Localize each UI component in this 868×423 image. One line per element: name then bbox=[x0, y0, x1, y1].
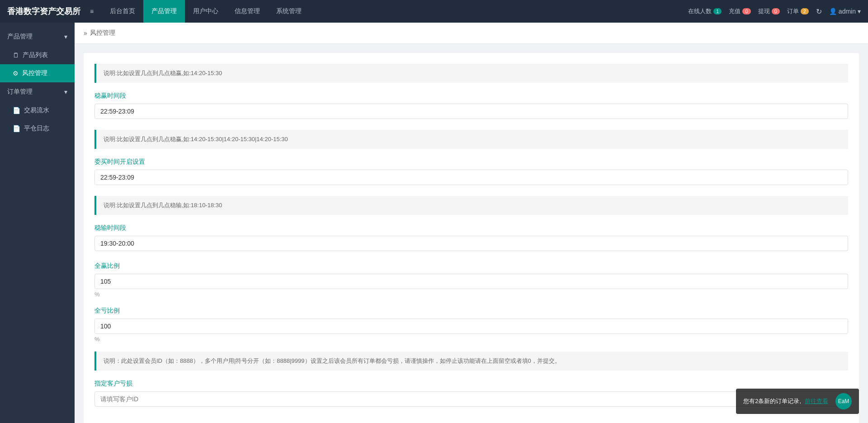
customer-uid-label: 指定客户亏损 bbox=[94, 380, 848, 388]
nav-menu: ≡ 后台首页 产品管理 用户中心 信息管理 系统管理 bbox=[82, 0, 688, 23]
sidebar-item-product-list-label: 产品列表 bbox=[23, 51, 48, 59]
form-container: 说明:比如设置几点到几点稳赢,如:14:20-15:30 稳赢时间段 说明:比如… bbox=[84, 53, 859, 423]
site-logo: 香港数字资产交易所 bbox=[7, 6, 82, 17]
customer-uid-field: 指定客户亏损 bbox=[94, 380, 848, 409]
online-label: 在线人数 bbox=[688, 7, 712, 15]
sidebar-group-product-chevron: ▾ bbox=[64, 33, 67, 40]
sidebar-item-product-list[interactable]: 🗒 产品列表 bbox=[0, 46, 75, 64]
customer-uid-input[interactable] bbox=[94, 391, 848, 407]
info-block-4: 说明：此处设置会员ID（如：8888），多个用户用|符号分开（如：8888|99… bbox=[94, 352, 848, 371]
lose-period-label: 稳输时间段 bbox=[94, 224, 848, 232]
main-layout: 产品管理 ▾ 🗒 产品列表 ⚙ 风控管理 订单管理 ▾ 📄 交易流水 📄 平仓日… bbox=[0, 23, 868, 423]
sidebar-group-product[interactable]: 产品管理 ▾ bbox=[0, 27, 75, 46]
lose-ratio-unit: % bbox=[94, 336, 848, 342]
nav-item-info[interactable]: 信息管理 bbox=[226, 0, 268, 23]
order-badge: 2 bbox=[801, 8, 809, 14]
log-icon: 📄 bbox=[13, 125, 20, 132]
recharge-count-item: 充值 0 bbox=[729, 7, 750, 15]
refresh-button[interactable]: ↻ bbox=[816, 7, 822, 16]
win-ratio-input[interactable] bbox=[94, 274, 848, 289]
nav-item-home[interactable]: 后台首页 bbox=[102, 0, 143, 23]
info-block-1: 说明:比如设置几点到几点稳赢,如:14:20-15:30 bbox=[94, 64, 848, 83]
withdraw-badge: 0 bbox=[772, 8, 780, 14]
win-ratio-label: 全赢比例 bbox=[94, 262, 848, 270]
order-count-item: 订单 2 bbox=[787, 7, 809, 15]
win-ratio-field: 全赢比例 % bbox=[94, 262, 848, 298]
info-text-4: 说明：此处设置会员ID（如：8888），多个用户用|符号分开（如：8888|99… bbox=[104, 357, 561, 364]
win-ratio-unit: % bbox=[94, 291, 848, 298]
sidebar-group-order-chevron: ▾ bbox=[64, 88, 67, 95]
withdraw-count-item: 提现 0 bbox=[758, 7, 780, 15]
online-count-item: 在线人数 1 bbox=[688, 7, 722, 15]
lose-period-field: 稳输时间段 bbox=[94, 224, 848, 253]
nav-item-user[interactable]: 用户中心 bbox=[185, 0, 226, 23]
breadcrumb: » 风控管理 bbox=[75, 23, 868, 44]
win-period-field: 稳赢时间段 bbox=[94, 92, 848, 121]
sidebar: 产品管理 ▾ 🗒 产品列表 ⚙ 风控管理 订单管理 ▾ 📄 交易流水 📄 平仓日… bbox=[0, 23, 75, 423]
admin-dropdown[interactable]: 👤 admin ▾ bbox=[829, 8, 861, 15]
breadcrumb-arrow: » bbox=[84, 29, 87, 37]
dropdown-chevron-icon: ▾ bbox=[858, 8, 861, 15]
info-text-2: 说明:比如设置几点到几点稳赢,如:14:20-15:30|14:20-15:30… bbox=[104, 136, 288, 143]
win-period-input[interactable] bbox=[94, 104, 848, 119]
recharge-badge: 0 bbox=[742, 8, 750, 14]
sidebar-item-trade-flow[interactable]: 📄 交易流水 bbox=[0, 101, 75, 119]
breadcrumb-text: 风控管理 bbox=[90, 29, 115, 37]
lose-ratio-label: 全亏比例 bbox=[94, 307, 848, 315]
recharge-label: 充值 bbox=[729, 7, 741, 15]
lose-period-input[interactable] bbox=[94, 236, 848, 251]
sidebar-group-order-label: 订单管理 bbox=[7, 88, 33, 96]
lose-ratio-field: 全亏比例 % bbox=[94, 307, 848, 342]
info-text-3: 说明:比如设置几点到几点稳输,如:18:10-18:30 bbox=[104, 202, 222, 209]
nav-item-system[interactable]: 系统管理 bbox=[268, 0, 310, 23]
nav-item-product[interactable]: 产品管理 bbox=[143, 0, 185, 23]
notification-text: 您有2条新的订单记录, bbox=[743, 397, 801, 405]
sidebar-item-close-log[interactable]: 📄 平仓日志 bbox=[0, 119, 75, 138]
sidebar-item-risk-control[interactable]: ⚙ 风控管理 bbox=[0, 64, 75, 82]
online-badge: 1 bbox=[713, 8, 722, 14]
info-block-2: 说明:比如设置几点到几点稳赢,如:14:20-15:30|14:20-15:30… bbox=[94, 130, 848, 149]
withdraw-label: 提现 bbox=[758, 7, 770, 15]
user-icon: 👤 bbox=[829, 8, 837, 15]
order-label: 订单 bbox=[787, 7, 799, 15]
buy-time-label: 委买时间开启设置 bbox=[94, 158, 848, 166]
sidebar-item-trade-flow-label: 交易流水 bbox=[24, 106, 49, 114]
gear-icon: ⚙ bbox=[13, 70, 19, 77]
info-text-1: 说明:比如设置几点到几点稳赢,如:14:20-15:30 bbox=[104, 70, 222, 76]
avatar: EaM bbox=[835, 393, 852, 409]
notification-link[interactable]: 前往查看 bbox=[805, 397, 828, 405]
buy-time-input[interactable] bbox=[94, 170, 848, 185]
content-area: 说明:比如设置几点到几点稳赢,如:14:20-15:30 稳赢时间段 说明:比如… bbox=[75, 44, 868, 423]
sidebar-group-order[interactable]: 订单管理 ▾ bbox=[0, 82, 75, 101]
top-navigation: 香港数字资产交易所 ≡ 后台首页 产品管理 用户中心 信息管理 系统管理 在线人… bbox=[0, 0, 868, 23]
list-icon: 🗒 bbox=[13, 52, 19, 59]
sidebar-item-risk-label: 风控管理 bbox=[22, 69, 47, 77]
notification-bar: 您有2条新的订单记录, 前往查看 EaM bbox=[736, 389, 859, 414]
info-block-3: 说明:比如设置几点到几点稳输,如:18:10-18:30 bbox=[94, 196, 848, 215]
buy-time-field: 委买时间开启设置 bbox=[94, 158, 848, 187]
trade-icon: 📄 bbox=[13, 107, 20, 114]
admin-label: admin bbox=[839, 8, 856, 15]
main-content: » 风控管理 说明:比如设置几点到几点稳赢,如:14:20-15:30 稳赢时间… bbox=[75, 23, 868, 423]
win-period-label: 稳赢时间段 bbox=[94, 92, 848, 100]
nav-right-area: 在线人数 1 充值 0 提现 0 订单 2 ↻ 👤 admin ▾ bbox=[688, 7, 861, 16]
lose-ratio-input[interactable] bbox=[94, 318, 848, 334]
sidebar-group-product-label: 产品管理 bbox=[7, 33, 33, 41]
sidebar-item-close-log-label: 平仓日志 bbox=[24, 124, 49, 133]
nav-menu-toggle[interactable]: ≡ bbox=[82, 0, 102, 23]
